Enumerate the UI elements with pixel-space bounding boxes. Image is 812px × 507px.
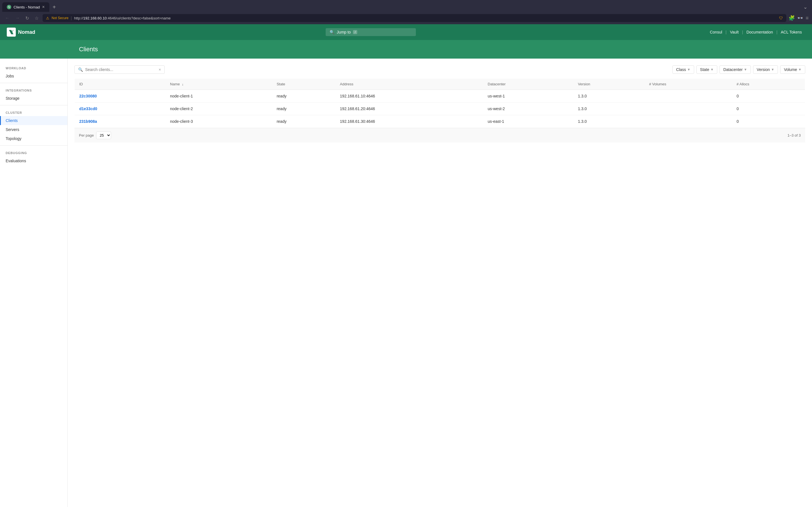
page-title: Clients	[79, 46, 805, 53]
filter-buttons: Class ▼ State ▼ Datacenter ▼ Version ▼ V…	[672, 65, 805, 74]
class-filter-button[interactable]: Class ▼	[672, 65, 694, 74]
col-volumes: # Volumes	[645, 78, 732, 90]
sidebar-servers-label: Servers	[6, 127, 19, 132]
sidebar-jobs-label: Jobs	[6, 74, 14, 78]
url-separator: |	[71, 16, 72, 20]
sidebar-topology-label: Topology	[6, 136, 21, 141]
cell-id[interactable]: 231b908a	[75, 115, 166, 128]
consul-link[interactable]: Consul	[707, 30, 726, 34]
cell-volumes	[645, 103, 732, 115]
brave-shield-icon: 🛡	[779, 16, 783, 20]
per-page-select[interactable]: 102550	[96, 131, 111, 139]
extension-glasses-icon[interactable]: 👓	[797, 15, 803, 21]
version-filter-chevron: ▼	[771, 68, 774, 71]
search-clients-input[interactable]	[85, 67, 156, 72]
pagination: Per page 102550 1–3 of 3	[74, 128, 805, 143]
sidebar-item-jobs[interactable]: Jobs	[0, 71, 67, 80]
nomad-header: Nomad 🔍 Jump to / Consul | Vault | Docum…	[0, 24, 812, 40]
cell-state: ready	[272, 103, 335, 115]
bookmark-button[interactable]: ☆	[33, 14, 40, 22]
extension-puzzle-icon[interactable]: 🧩	[789, 15, 795, 21]
per-page-control: Per page 102550	[79, 131, 111, 139]
sidebar-storage-label: Storage	[6, 96, 19, 101]
sidebar-divider-2	[0, 105, 67, 105]
volume-filter-button[interactable]: Volume ▼	[780, 65, 805, 74]
active-tab: N Clients - Nomad ×	[2, 2, 49, 12]
table-row: 22c30080 node-client-1 ready 192.168.61.…	[75, 90, 805, 103]
datacenter-filter-button[interactable]: Datacenter ▼	[719, 65, 751, 74]
nomad-search-area: 🔍 Jump to /	[35, 28, 707, 36]
col-address: Address	[336, 78, 483, 90]
version-filter-label: Version	[757, 67, 770, 72]
reload-button[interactable]: ↻	[24, 14, 31, 22]
nomad-nav-links: Consul | Vault | Documentation | ACL Tok…	[707, 30, 805, 34]
cell-datacenter: us-west-1	[483, 90, 573, 103]
datacenter-filter-label: Datacenter	[723, 67, 742, 72]
name-sort-icon: ↓	[182, 82, 184, 86]
tab-close-button[interactable]: ×	[42, 4, 45, 10]
address-bar[interactable]: ⚠ Not Secure | http://192.168.60.10:4646…	[43, 14, 786, 22]
cell-name: node-client-1	[165, 90, 272, 103]
tab-list-button[interactable]: ⌄	[801, 3, 810, 11]
cell-version: 1.3.0	[573, 115, 645, 128]
pagination-range: 1–3 of 3	[788, 133, 801, 137]
back-button[interactable]: ←	[3, 14, 11, 22]
cell-state: ready	[272, 115, 335, 128]
col-allocs: # Allocs	[732, 78, 805, 90]
security-icon: ⚠	[46, 16, 49, 20]
state-filter-chevron: ▼	[711, 68, 714, 71]
sidebar-item-servers[interactable]: Servers	[0, 125, 67, 134]
cell-id[interactable]: 22c30080	[75, 90, 166, 103]
col-name[interactable]: Name ↓	[165, 78, 272, 90]
documentation-link[interactable]: Documentation	[743, 30, 776, 34]
cell-allocs: 0	[732, 90, 805, 103]
cluster-section-label: CLUSTER	[0, 108, 67, 116]
table-row: 231b908a node-client-3 ready 192.168.61.…	[75, 115, 805, 128]
vault-link[interactable]: Vault	[726, 30, 742, 34]
sidebar-item-topology[interactable]: Topology	[0, 134, 67, 143]
cell-name: node-client-3	[165, 115, 272, 128]
browser-extensions: 🧩 👓 ≡	[789, 15, 809, 21]
jump-to-search[interactable]: 🔍 Jump to /	[326, 28, 416, 36]
search-clients-wrap: 🔍 ×	[74, 65, 165, 74]
search-placeholder: Jump to	[337, 30, 351, 34]
url-path: :4646/ui/clients?desc=false&sort=name	[107, 16, 170, 20]
cell-datacenter: us-west-2	[483, 103, 573, 115]
forward-button[interactable]: →	[13, 14, 21, 22]
sidebar-evaluations-label: Evaluations	[6, 159, 26, 163]
col-id: ID	[75, 78, 166, 90]
security-label: Not Secure	[52, 16, 68, 20]
search-clear-icon[interactable]: ×	[159, 67, 161, 72]
sidebar-divider-1	[0, 83, 67, 83]
clients-toolbar: 🔍 × Class ▼ State ▼ Datacenter ▼ Ve	[74, 65, 805, 74]
integrations-section-label: INTEGRATIONS	[0, 86, 67, 94]
col-version: Version	[573, 78, 645, 90]
new-tab-button[interactable]: +	[50, 3, 58, 11]
version-filter-button[interactable]: Version ▼	[753, 65, 778, 74]
tab-title: Clients - Nomad	[13, 5, 40, 9]
browser-menu-icon[interactable]: ≡	[806, 15, 809, 21]
col-datacenter: Datacenter	[483, 78, 573, 90]
class-filter-chevron: ▼	[687, 68, 691, 71]
nomad-logo-text: Nomad	[18, 29, 35, 35]
browser-nav: ← → ↻ ☆ ⚠ Not Secure | http://192.168.60…	[0, 12, 812, 24]
tab-favicon: N	[7, 5, 11, 9]
sidebar-item-storage[interactable]: Storage	[0, 94, 67, 103]
search-clients-icon: 🔍	[78, 67, 83, 72]
state-filter-button[interactable]: State ▼	[696, 65, 718, 74]
url-host: 192.168.60.10	[83, 16, 107, 20]
main-content: 🔍 × Class ▼ State ▼ Datacenter ▼ Ve	[68, 59, 812, 507]
table-header: ID Name ↓ State Address Datacenter Versi…	[75, 78, 805, 90]
sidebar-item-evaluations[interactable]: Evaluations	[0, 156, 67, 165]
cell-volumes	[645, 90, 732, 103]
sidebar-clients-label: Clients	[6, 118, 18, 123]
cell-name: node-client-2	[165, 103, 272, 115]
cell-allocs: 0	[732, 103, 805, 115]
nomad-logo[interactable]: Nomad	[7, 27, 35, 37]
state-filter-label: State	[700, 67, 709, 72]
acl-tokens-link[interactable]: ACL Tokens	[777, 30, 805, 34]
table-body: 22c30080 node-client-1 ready 192.168.61.…	[75, 90, 805, 128]
app-layout: WORKLOAD Jobs INTEGRATIONS Storage CLUST…	[0, 59, 812, 507]
cell-id[interactable]: d1e33cd0	[75, 103, 166, 115]
sidebar-item-clients[interactable]: Clients	[0, 116, 67, 125]
